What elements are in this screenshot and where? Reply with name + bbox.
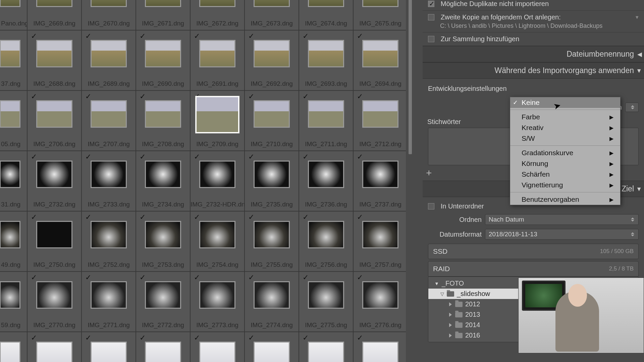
menu-item[interactable]: Farbe▶	[510, 112, 620, 122]
import-checkbox[interactable]: ✓	[357, 334, 364, 342]
import-checkbox[interactable]: ✓	[357, 274, 364, 281]
thumbnail-image[interactable]	[308, 221, 344, 248]
thumbnail-cell[interactable]: ✓	[136, 332, 190, 362]
thumbnail-image[interactable]	[36, 221, 72, 248]
import-checkbox[interactable]: ✓	[357, 93, 364, 100]
thumbnail-cell[interactable]: ✓IMG_2732-HDR.dng	[190, 151, 245, 211]
thumbnail-cell[interactable]: ✓IMG_2752.dng	[82, 211, 136, 272]
thumbnail-cell[interactable]: ✓IMG_2733.dng	[82, 151, 136, 211]
thumbnail-image[interactable]	[254, 342, 290, 362]
dev-settings-dropdown[interactable]: ✓KeineFarbe▶Kreativ▶S/W▶Gradationskurve▶…	[510, 97, 621, 205]
thumbnail-cell[interactable]: ✓	[245, 332, 299, 362]
thumbnail-image[interactable]	[91, 281, 127, 309]
expand-down-icon[interactable]: ▼	[434, 281, 439, 286]
checkbox-icon[interactable]	[428, 203, 434, 209]
thumbnail-cell[interactable]: ✓IMG_2691.dng	[190, 30, 245, 90]
thumbnail-cell[interactable]: ✓IMG_2669.dng	[27, 0, 82, 30]
thumbnail-image[interactable]	[36, 100, 72, 128]
thumbnail-cell[interactable]: 31.dng	[0, 151, 27, 211]
import-checkbox[interactable]: ✓	[248, 33, 256, 40]
thumbnail-image[interactable]	[0, 161, 20, 188]
import-checkbox[interactable]: ✓	[357, 153, 364, 161]
thumbnail-cell[interactable]: Pano.dng	[0, 0, 27, 30]
import-checkbox[interactable]: ✓	[303, 214, 310, 221]
thumbnail-image[interactable]	[145, 221, 181, 248]
import-checkbox[interactable]: ✓	[85, 33, 93, 40]
import-checkbox[interactable]: ✓	[140, 93, 147, 100]
thumbnail-cell[interactable]: ✓IMG_2732.dng	[27, 151, 82, 211]
menu-item[interactable]: Körnung▶	[510, 158, 620, 169]
thumbnail-image[interactable]	[0, 342, 20, 362]
import-checkbox[interactable]: ✓	[303, 93, 310, 100]
expand-right-icon[interactable]	[449, 302, 452, 306]
import-checkbox[interactable]: ✓	[303, 274, 310, 281]
thumbnail-cell[interactable]: ✓IMG_2757.dng	[353, 211, 406, 272]
expand-right-icon[interactable]	[449, 313, 452, 317]
thumbnail-image[interactable]	[199, 342, 235, 362]
import-checkbox[interactable]: ✓	[303, 33, 310, 40]
thumbnail-cell[interactable]: ✓IMG_2688.dng	[27, 30, 82, 90]
import-checkbox[interactable]: ✓	[140, 214, 147, 221]
thumbnail-image[interactable]	[308, 342, 344, 362]
thumbnail-cell[interactable]: ✓IMG_2737.dng	[353, 151, 406, 211]
thumbnail-image[interactable]	[0, 100, 20, 128]
thumbnail-cell[interactable]: ✓IMG_2774.dng	[245, 272, 299, 332]
import-checkbox[interactable]: ✓	[85, 334, 93, 342]
thumbnail-image[interactable]	[145, 342, 181, 362]
thumbnail-cell[interactable]: ✓IMG_2750.dng	[27, 211, 82, 272]
import-checkbox[interactable]: ✓	[140, 274, 147, 281]
import-checkbox[interactable]: ✓	[85, 153, 93, 161]
thumbnail-image[interactable]	[199, 0, 235, 7]
import-checkbox[interactable]: ✓	[31, 93, 38, 100]
organize-select[interactable]: Nach Datum	[485, 214, 639, 225]
chevron-down-icon[interactable]: ▾	[636, 14, 639, 21]
grid-scrollbar[interactable]	[408, 0, 413, 362]
import-checkbox[interactable]: ✓	[248, 334, 256, 342]
thumbnail-image[interactable]	[199, 40, 235, 67]
thumbnail-cell[interactable]: ✓IMG_2694.dng	[353, 30, 406, 90]
apply-section-header[interactable]: Während des Importvorgangs anwenden ▼	[423, 62, 644, 79]
thumbnail-image[interactable]	[196, 96, 239, 133]
import-checkbox[interactable]: ✓	[248, 153, 256, 161]
thumbnail-image[interactable]	[199, 221, 235, 248]
thumbnail-cell[interactable]: ✓	[190, 332, 245, 362]
import-checkbox[interactable]: ✓	[303, 153, 310, 161]
thumbnail-image[interactable]	[36, 0, 72, 7]
thumbnail-cell[interactable]: ✓IMG_2693.dng	[299, 30, 353, 90]
import-checkbox[interactable]: ✓	[85, 93, 93, 100]
thumbnail-cell[interactable]	[0, 332, 27, 362]
thumbnail-cell[interactable]: ✓IMG_2771.dng	[82, 272, 136, 332]
thumbnail-image[interactable]	[145, 161, 181, 188]
thumbnail-cell[interactable]: ✓IMG_2754.dng	[190, 211, 245, 272]
thumbnail-image[interactable]	[91, 100, 127, 128]
thumbnail-image[interactable]	[36, 40, 72, 67]
import-checkbox[interactable]: ✓	[303, 334, 310, 342]
thumbnail-image[interactable]	[199, 161, 235, 188]
thumbnail-cell[interactable]: ✓IMG_2708.dng	[136, 90, 190, 151]
dup-option-row[interactable]: ✓ Mögliche Duplikate nicht importieren	[423, 0, 644, 11]
thumbnail-cell[interactable]: 59.dng	[0, 272, 27, 332]
import-checkbox[interactable]: ✓	[357, 214, 364, 221]
thumbnail-cell[interactable]: ✓IMG_2671.dng	[136, 0, 190, 30]
thumbnail-image[interactable]	[91, 40, 127, 67]
menu-item[interactable]: Benutzervorgaben▶	[510, 194, 620, 205]
checkbox-icon[interactable]	[428, 36, 434, 42]
disk-ssd-row[interactable]: SSD 105 / 500 GB	[428, 244, 639, 259]
thumbnail-image[interactable]	[362, 342, 398, 362]
metadata-select[interactable]	[625, 103, 639, 112]
thumbnail-image[interactable]	[0, 281, 20, 309]
thumbnail-cell[interactable]: ✓IMG_2692.dng	[245, 30, 299, 90]
thumbnail-image[interactable]	[145, 40, 181, 67]
menu-item[interactable]: Kreativ▶	[510, 122, 620, 133]
thumbnail-cell[interactable]: ✓IMG_2776.dng	[353, 272, 406, 332]
thumbnail-cell[interactable]: ✓IMG_2775.dng	[299, 272, 353, 332]
import-checkbox[interactable]: ✓	[140, 153, 147, 161]
thumbnail-cell[interactable]: ✓IMG_2689.dng	[82, 30, 136, 90]
thumbnail-image[interactable]	[362, 281, 398, 309]
thumbnail-cell[interactable]: ✓IMG_2712.dng	[353, 90, 406, 151]
checkbox-icon[interactable]: ✓	[428, 1, 434, 7]
thumbnail-cell[interactable]: ✓IMG_2670.dng	[82, 0, 136, 30]
thumbnail-cell[interactable]: ✓IMG_2755.dng	[245, 211, 299, 272]
thumbnail-cell[interactable]: 49.dng	[0, 211, 27, 272]
import-checkbox[interactable]: ✓	[31, 33, 38, 40]
